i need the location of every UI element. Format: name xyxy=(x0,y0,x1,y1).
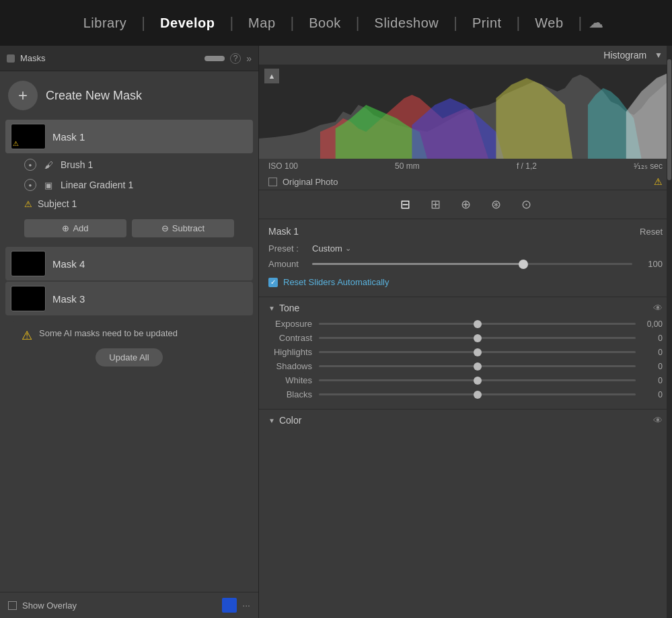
amount-value: 100 xyxy=(639,259,663,269)
mask-item-mask4[interactable]: Mask 4 xyxy=(5,247,253,280)
exposure-slider[interactable] xyxy=(319,323,636,325)
mask-settings-header: Mask 1 Reset xyxy=(268,226,663,237)
checkmark-icon: ✓ xyxy=(270,278,276,286)
highlights-row: Highlights 0 xyxy=(268,347,663,357)
color-collapse-icon[interactable]: ▼ xyxy=(268,417,275,424)
nav-slideshow[interactable]: Slideshow xyxy=(360,15,454,31)
histogram-title: Histogram xyxy=(603,50,646,61)
color-section-header: ▼ Color 👁 xyxy=(268,415,663,426)
focal-length: 50 mm xyxy=(395,161,420,171)
linear-gradient-sub-item[interactable]: ● ▣ Linear Gradient 1 xyxy=(19,175,253,195)
top-navigation: Library | Develop | Map | Book | Slidesh… xyxy=(0,0,672,46)
mask-settings-panel: Mask 1 Reset Preset : Custom ⌄ Amount 10… xyxy=(259,219,672,297)
blacks-row: Blacks 0 xyxy=(268,389,663,399)
color-title: Color xyxy=(279,415,301,426)
preset-select[interactable]: Custom ⌄ xyxy=(312,243,351,254)
amount-row: Amount 100 xyxy=(268,259,663,269)
contrast-label: Contrast xyxy=(268,333,312,343)
subject-sub-item[interactable]: ⚠ Subject 1 xyxy=(19,195,253,213)
subtract-label: Subtract xyxy=(172,223,204,233)
reset-sliders-checkbox[interactable]: ✓ xyxy=(268,278,278,287)
tone-collapse-icon[interactable]: ▼ xyxy=(268,305,275,312)
shadows-slider[interactable] xyxy=(319,365,636,367)
mask1-warning-icon: ⚠ xyxy=(13,140,19,147)
dots-circle-icon[interactable]: ⊙ xyxy=(521,197,531,212)
mask-actions: ⊕ Add ⊖ Subtract xyxy=(5,215,253,241)
mask-item-mask1[interactable]: ⚠ Mask 1 xyxy=(5,120,253,153)
overlay-more-icon[interactable]: ··· xyxy=(242,600,250,611)
color-section: ▼ Color 👁 xyxy=(259,410,672,436)
gradient-icon: ▣ xyxy=(42,178,55,192)
tone-visibility-icon[interactable]: 👁 xyxy=(653,303,663,313)
preset-dropdown-icon: ⌄ xyxy=(345,244,351,253)
histogram-highlight-clip-btn[interactable]: ▲ xyxy=(264,69,279,83)
contrast-row: Contrast 0 xyxy=(268,333,663,343)
brush1-name: Brush 1 xyxy=(61,159,93,170)
panel-drag-handle xyxy=(204,56,225,61)
preset-label: Preset : xyxy=(268,243,305,254)
nav-web[interactable]: Web xyxy=(520,15,578,31)
mask-settings-title: Mask 1 xyxy=(268,226,299,237)
scrollbar[interactable] xyxy=(667,46,672,618)
original-photo-checkbox[interactable] xyxy=(268,178,277,186)
show-overlay-checkbox[interactable] xyxy=(8,601,17,610)
nav-library[interactable]: Library xyxy=(69,15,142,31)
color-visibility-icon[interactable]: 👁 xyxy=(653,415,663,426)
ai-warning-icon: ⚠ xyxy=(22,328,32,343)
highlights-slider[interactable] xyxy=(319,351,636,353)
shutter-speed: ¹⁄₁₂₅ sec xyxy=(634,161,663,171)
subtract-button[interactable]: ⊖ Subtract xyxy=(132,219,234,237)
transform-icon[interactable]: ⊞ xyxy=(431,197,441,212)
original-photo-row: Original Photo ⚠ xyxy=(259,173,672,190)
target-icon[interactable]: ⊛ xyxy=(491,197,501,212)
nav-print[interactable]: Print xyxy=(457,15,517,31)
blacks-slider[interactable] xyxy=(319,393,636,395)
add-button[interactable]: ⊕ Add xyxy=(24,219,126,237)
nav-map[interactable]: Map xyxy=(233,15,290,31)
overlay-color-picker[interactable] xyxy=(222,598,237,613)
contrast-slider[interactable] xyxy=(319,337,636,339)
mask-item-mask3[interactable]: Mask 3 xyxy=(5,282,253,315)
aperture: f / 1,2 xyxy=(517,161,537,171)
histogram-header: Histogram ▼ xyxy=(259,46,672,65)
histogram-dropdown-icon[interactable]: ▼ xyxy=(655,50,663,60)
original-photo-label: Original Photo xyxy=(283,177,648,187)
mask-settings-reset-button[interactable]: Reset xyxy=(640,227,663,237)
update-all-button[interactable]: Update All xyxy=(96,348,162,366)
mask4-name: Mask 4 xyxy=(52,258,248,270)
panel-header-controls: ? » xyxy=(204,53,252,64)
tool-icons-row: ⊟ ⊞ ⊕ ⊛ ⊙ xyxy=(259,190,672,219)
subject1-name: Subject 1 xyxy=(38,198,77,209)
whites-slider[interactable] xyxy=(319,379,636,381)
highlights-value: 0 xyxy=(642,348,663,357)
scrollbar-thumb[interactable] xyxy=(667,59,671,180)
brush-visibility-icon[interactable]: ● xyxy=(24,159,36,171)
cloud-icon[interactable]: ☁ xyxy=(589,14,603,32)
ai-warning-text: Some AI masks need to be updated xyxy=(39,327,178,340)
subject-warning-icon: ⚠ xyxy=(24,199,32,209)
histogram-chart xyxy=(259,65,672,159)
preset-value: Custom xyxy=(312,243,342,254)
tone-title: Tone xyxy=(279,303,299,313)
mask4-thumbnail xyxy=(11,251,46,276)
whites-row: Whites 0 xyxy=(268,375,663,385)
nav-develop[interactable]: Develop xyxy=(145,15,229,31)
panel-expand-icon[interactable]: » xyxy=(246,53,252,64)
shadows-value: 0 xyxy=(642,362,663,371)
nav-book[interactable]: Book xyxy=(294,15,356,31)
nav-sep-7: | xyxy=(578,14,583,32)
add-icon: ⊕ xyxy=(62,223,69,233)
mask1-name: Mask 1 xyxy=(52,131,248,143)
help-icon[interactable]: ? xyxy=(230,53,241,64)
gradient-visibility-icon[interactable]: ● xyxy=(24,179,36,191)
mask3-thumbnail xyxy=(11,286,46,311)
blacks-value: 0 xyxy=(642,390,663,399)
reset-sliders-row: ✓ Reset Sliders Automatically xyxy=(268,274,663,290)
sliders-icon[interactable]: ⊟ xyxy=(400,197,410,212)
ai-warning-row: ⚠ Some AI masks need to be updated xyxy=(22,327,237,343)
brush-sub-item[interactable]: ● 🖌 Brush 1 xyxy=(19,155,253,175)
create-new-mask-button[interactable]: + Create New Mask xyxy=(8,81,250,110)
amount-slider[interactable] xyxy=(312,263,632,265)
heal-icon[interactable]: ⊕ xyxy=(461,197,471,212)
tone-section-header: ▼ Tone 👁 xyxy=(268,303,663,313)
